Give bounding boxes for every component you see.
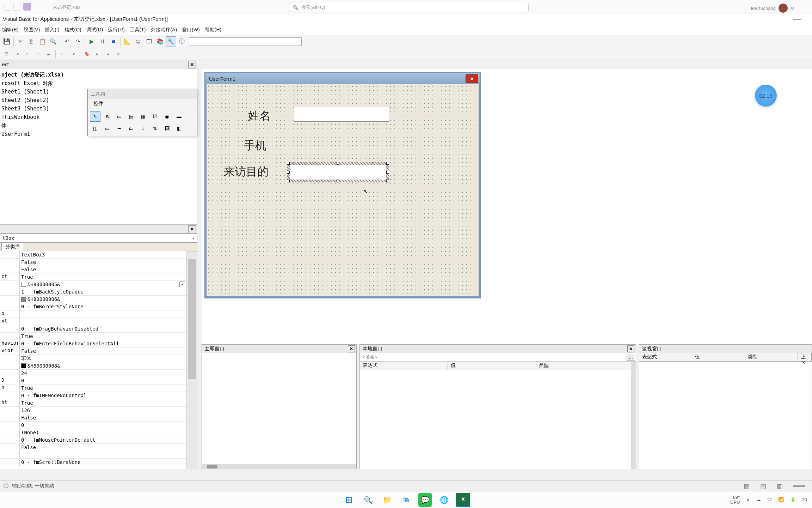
property-row[interactable]: 宋体 — [0, 355, 186, 362]
resize-handle-w[interactable] — [287, 171, 290, 174]
property-row[interactable]: False — [0, 266, 186, 273]
userform-close-button[interactable]: ✕ — [466, 74, 478, 83]
properties-scrollbar[interactable] — [187, 251, 197, 469]
toolbox-title[interactable]: 工具箱 — [88, 89, 197, 99]
tray-chevron-icon[interactable]: ∧ — [746, 497, 750, 502]
close-locals-button[interactable]: ✕ — [627, 345, 634, 352]
property-row[interactable] — [0, 451, 186, 459]
weather-widget[interactable]: 69° CPU — [730, 495, 740, 505]
menu-insert[interactable]: 插入(I) — [45, 27, 59, 33]
checkbox-tool-icon[interactable]: ☑ — [150, 111, 160, 122]
menu-window[interactable]: 窗口(W) — [182, 27, 200, 33]
locals-vscroll[interactable] — [631, 362, 636, 469]
resize-handle-se[interactable] — [386, 180, 389, 182]
property-row[interactable]: 0 - fmIMEModeNoControl — [0, 392, 186, 399]
pause-icon[interactable]: ⏸ — [97, 36, 108, 47]
property-row[interactable]: 0 - fmBorderStyleNone — [0, 303, 186, 310]
listbox-tool-icon[interactable]: ▦ — [138, 111, 148, 122]
locals-context-button[interactable]: … — [627, 354, 635, 361]
next-bookmark-icon[interactable]: ▸ — [92, 49, 102, 59]
resize-handle-e[interactable] — [386, 171, 389, 174]
property-row[interactable]: nTrue — [0, 385, 186, 392]
resize-handle-s[interactable] — [337, 180, 339, 182]
clock-partial[interactable]: 20 — [802, 497, 807, 502]
pointer-tool-icon[interactable]: ↖ — [90, 111, 100, 122]
property-row[interactable]: 0 - fmScrollBarsNone — [0, 459, 186, 466]
immediate-body[interactable] — [202, 353, 356, 464]
property-row[interactable]: htTrue — [0, 399, 186, 407]
store-icon[interactable]: 🛍 — [399, 493, 413, 507]
align-left-icon[interactable]: ⇤ — [23, 49, 32, 59]
properties-grid[interactable]: TextBox3FalseFalsectTrue&H80000005&▾1 - … — [0, 251, 187, 469]
image-tool-icon[interactable]: 🖼 — [162, 123, 172, 134]
tab-order-icon[interactable]: ⇥ — [12, 49, 22, 59]
resize-handle-sw[interactable] — [287, 180, 290, 182]
outdent-icon[interactable]: ⇤ — [57, 49, 67, 59]
design-mode-icon[interactable]: 📐 — [122, 36, 133, 47]
resize-handle-n[interactable] — [337, 162, 339, 165]
security-icon[interactable]: 🛡 — [767, 497, 772, 502]
indent-icon[interactable]: ⇥ — [68, 49, 78, 59]
menu-run[interactable]: 运行(R) — [108, 27, 124, 33]
excel-objects-folder[interactable]: rosoft Excel 对象 — [0, 79, 197, 87]
property-row[interactable]: (None) — [0, 429, 186, 436]
combobox-tool-icon[interactable]: ▤ — [126, 111, 136, 122]
cloud-icon[interactable]: ☁ — [756, 497, 761, 502]
property-row[interactable]: True — [0, 333, 186, 340]
watch-window[interactable]: 监视窗口 表达式 值 类型 上下 — [639, 344, 812, 469]
excel-taskbar-icon[interactable]: X — [456, 493, 470, 507]
help-icon[interactable]: ⓘ — [177, 36, 187, 47]
userform-canvas[interactable]: 姓名 手机 来访目的 — [207, 84, 479, 296]
tabstrip-tool-icon[interactable]: ━ — [114, 123, 124, 134]
object-browser-icon[interactable]: 📚 — [155, 36, 165, 47]
menu-debug[interactable]: 调试(D) — [86, 27, 103, 33]
procedure-dropdown[interactable] — [189, 37, 302, 46]
align-center-icon[interactable]: ≣ — [44, 49, 54, 59]
menu-view[interactable]: 视图(V) — [24, 27, 40, 33]
view-normal-icon[interactable]: ▦ — [744, 482, 750, 490]
immediate-window[interactable]: 立即窗口✕ — [202, 344, 357, 469]
menu-addins[interactable]: 外接程序(A) — [151, 27, 177, 33]
property-row[interactable]: False — [0, 414, 186, 422]
user-account[interactable]: lee zuchang ↻ — [751, 4, 794, 13]
label-phone[interactable]: 手机 — [244, 138, 266, 153]
property-row[interactable]: &H80000008& — [0, 362, 186, 370]
togglebutton-tool-icon[interactable]: ▬ — [174, 111, 184, 122]
minimize-button[interactable]: — — [793, 14, 801, 24]
commandbutton-tool-icon[interactable]: ▭ — [102, 123, 112, 134]
col-type[interactable]: 类型 — [536, 362, 636, 370]
copy-icon[interactable]: ⎘ — [26, 36, 37, 47]
property-row[interactable]: 1 - fmBackStyleOpaque — [0, 288, 186, 296]
align-icon[interactable]: ≡ — [33, 49, 43, 59]
locals-window[interactable]: 本地窗口✕ <准备> … 表达式 值 类型 — [359, 344, 636, 469]
stop-icon[interactable]: ■ — [108, 36, 119, 47]
toolbox-toggle-icon[interactable]: 🔧 — [166, 36, 176, 47]
property-row[interactable]: False — [0, 259, 186, 266]
toolbox-window[interactable]: 工具箱 控件 ↖ A ▭ ▤ ▦ ☑ ◉ ▬ ◫ ▭ ━ 🗂 ↕ ⇅ 🖼 ◧ — [87, 89, 197, 136]
property-row[interactable]: ctTrue — [0, 273, 186, 281]
clear-bookmarks-icon[interactable]: ✕ — [113, 49, 123, 59]
close-immediate-button[interactable]: ✕ — [348, 345, 355, 352]
userform-container[interactable]: UserForm1 ✕ 姓名 手机 来访目的 — [204, 72, 481, 298]
label-purpose[interactable]: 来访目的 — [223, 164, 269, 180]
watch-col-context[interactable]: 上下 — [798, 353, 812, 361]
property-row[interactable]: havior0 - fmEnterFieldBehaviorSelectAll — [0, 340, 186, 347]
toolbox-tab-controls[interactable]: 控件 — [88, 99, 197, 109]
search-box[interactable]: 🔍 搜索(Alt+Q) — [289, 3, 529, 12]
list-props-icon[interactable]: ☰ — [1, 49, 11, 59]
close-project-button[interactable]: ✕ — [188, 61, 196, 68]
chrome-icon[interactable]: 🌐 — [437, 493, 451, 507]
resize-handle-ne[interactable] — [386, 162, 389, 165]
property-row[interactable]: &H80000005&▾ — [0, 281, 186, 288]
menu-edit[interactable]: 编辑(E) — [2, 27, 19, 33]
property-row[interactable]: TextBox3 — [0, 251, 186, 259]
properties-window-icon[interactable]: 🗔 — [144, 36, 154, 47]
project-root[interactable]: oject (来访登记.xlsx) — [0, 71, 197, 79]
watch-col-type[interactable]: 类型 — [745, 353, 798, 361]
resize-handle-nw[interactable] — [287, 162, 290, 165]
frame-tool-icon[interactable]: ◫ — [90, 123, 100, 134]
zoom-slider[interactable]: ━━━ — [793, 482, 805, 490]
textbox-tool-icon[interactable]: ▭ — [114, 111, 124, 122]
properties-tab-categorized[interactable]: 分类序 — [1, 243, 24, 251]
start-button[interactable]: ⊞ — [342, 493, 356, 507]
